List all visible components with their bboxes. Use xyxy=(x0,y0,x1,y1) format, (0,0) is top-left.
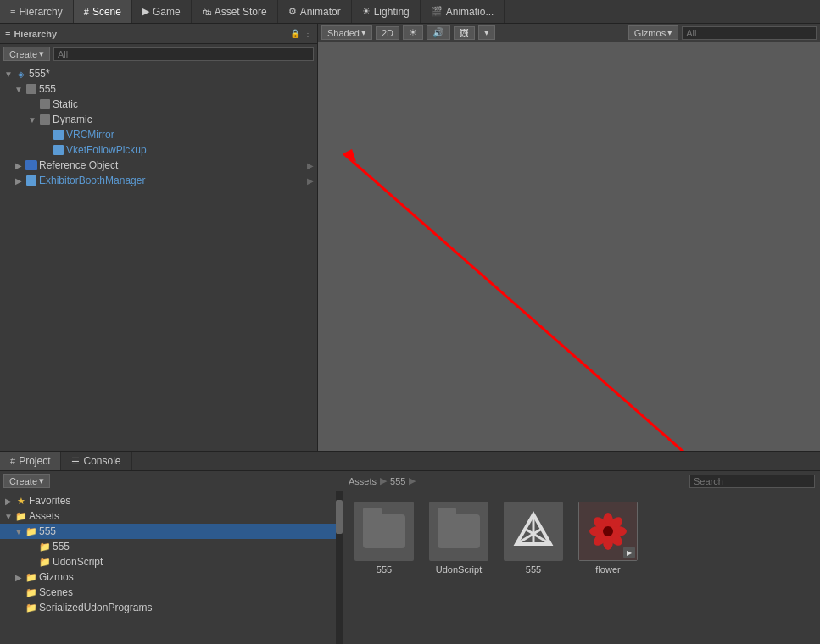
tab-project[interactable]: # Project xyxy=(0,452,61,470)
cube-icon-vketfollowpickup xyxy=(53,144,64,156)
tree-favorites[interactable]: ▶ ★ Favorites xyxy=(0,493,343,508)
tab-hierarchy[interactable]: ≡ Hierarchy xyxy=(0,0,74,23)
tree-item-vketfollowpickup[interactable]: VketFollowPickup xyxy=(0,142,317,158)
tree-udonscript[interactable]: 📁 UdonScript xyxy=(0,554,343,569)
hierarchy-menu-btn[interactable]: ⋮ xyxy=(304,29,312,38)
shading-label: Shaded xyxy=(327,28,360,38)
scene-light-btn[interactable]: ☀ xyxy=(403,25,423,40)
path-sep-1: ▶ xyxy=(380,475,387,486)
tree-gizmos[interactable]: ▶ 📁 Gizmos xyxy=(0,569,343,585)
tree-arrow-555: ▼ xyxy=(14,85,24,94)
tab-animation[interactable]: 🎬 Animatio... xyxy=(421,0,505,23)
project-create-btn[interactable]: Create ▾ xyxy=(3,474,50,488)
tree-arrow-exhibitor: ▶ xyxy=(14,176,24,186)
tree-item-555[interactable]: ▼ 555 xyxy=(0,81,317,97)
tree-item-exhibitor[interactable]: ▶ ExhibitorBoothManager ▶ xyxy=(0,173,317,188)
assets-arrow: ▼ xyxy=(3,512,14,521)
bottom-content: Create ▾ ▶ ★ Favorites ▼ 📁 Assets xyxy=(0,471,820,644)
asset-item-folder-555[interactable]: 555 xyxy=(350,498,418,578)
udonscript-label: UdonScript xyxy=(53,556,103,568)
scene-search-input[interactable] xyxy=(682,26,817,40)
tree-label-refobj: Reference Object xyxy=(39,159,118,171)
project-create-label: Create xyxy=(9,476,37,486)
hierarchy-create-btn[interactable]: Create ▾ xyxy=(3,47,50,61)
tree-arrow-dynamic: ▼ xyxy=(27,115,37,125)
asset-item-udonscript[interactable]: UdonScript xyxy=(425,498,493,578)
bottom-tree-scrollbar[interactable] xyxy=(336,491,343,644)
breadcrumb-assets[interactable]: Assets xyxy=(349,476,377,486)
sub-555-label: 555 xyxy=(53,541,70,552)
tree-label-vketfollowpickup: VketFollowPickup xyxy=(66,144,147,156)
scene-icon: # xyxy=(84,7,89,17)
shading-dropdown[interactable]: Shaded ▾ xyxy=(321,25,372,40)
2d-toggle[interactable]: 2D xyxy=(376,26,399,40)
tree-item-root[interactable]: ▼ ◈ 555* xyxy=(0,66,317,81)
tab-lighting[interactable]: ☀ Lighting xyxy=(352,0,421,23)
assets-label: Assets xyxy=(29,510,59,522)
star-icon: ★ xyxy=(15,495,27,507)
asset-item-unity-555[interactable]: 555 xyxy=(499,498,567,578)
tree-sub-555[interactable]: 📁 555 xyxy=(0,539,343,554)
tree-item-static[interactable]: Static xyxy=(0,97,317,112)
asset-label-flower: flower xyxy=(595,564,620,575)
scene-effect-btn[interactable]: 🖼 xyxy=(454,26,475,40)
asset-grid: 555 UdonScript xyxy=(343,491,820,644)
bottom-left-panel: Create ▾ ▶ ★ Favorites ▼ 📁 Assets xyxy=(0,471,343,644)
tab-project-label: Project xyxy=(19,455,50,467)
hierarchy-search-input[interactable] xyxy=(53,47,314,61)
scene-extra-btn[interactable]: ▾ xyxy=(478,25,495,40)
hierarchy-tree: ▼ ◈ 555* ▼ 555 Static ▼ Dynamic xyxy=(0,64,317,475)
tab-console-label: Console xyxy=(83,455,120,467)
asset-thumb-folder-555 xyxy=(354,502,414,561)
asset-item-flower[interactable]: ▶ flower xyxy=(574,498,642,578)
tree-item-dynamic[interactable]: ▼ Dynamic xyxy=(0,112,317,127)
tab-scene[interactable]: # Scene xyxy=(74,0,132,23)
gizmos-label: Gizmos xyxy=(634,28,666,38)
asset-store-icon: 🛍 xyxy=(202,7,211,17)
tree-assets[interactable]: ▼ 📁 Assets xyxy=(0,508,343,524)
tree-arrow-root: ▼ xyxy=(3,69,14,79)
tab-scene-label: Scene xyxy=(92,6,121,18)
asset-thumb-udonscript xyxy=(429,502,488,561)
hierarchy-lock-btn[interactable]: 🔒 xyxy=(290,29,300,38)
gameobj-icon-555 xyxy=(25,83,37,95)
udonscript-icon: 📁 xyxy=(39,556,51,568)
tree-serialized[interactable]: 📁 SerializedUdonPrograms xyxy=(0,600,343,615)
hierarchy-create-label: Create xyxy=(9,49,37,59)
asset-thumb-flower: ▶ xyxy=(578,502,638,561)
breadcrumb-555[interactable]: 555 xyxy=(390,476,405,486)
gameobj-icon-static xyxy=(39,98,51,110)
bottom-section: # Project ☰ Console Create ▾ ▶ ★ Favorit… xyxy=(0,451,820,644)
assets-folder-icon: 📁 xyxy=(15,510,27,522)
hierarchy-header: ≡ Hierarchy 🔒 ⋮ xyxy=(0,24,317,44)
tree-label-static: Static xyxy=(53,98,78,110)
refobj-more-btn[interactable]: ▶ xyxy=(307,161,314,170)
scene-view[interactable] xyxy=(318,42,820,475)
tab-lighting-label: Lighting xyxy=(374,6,410,18)
bottom-tree-scrollthumb[interactable] xyxy=(336,500,343,534)
exhibitor-more-btn[interactable]: ▶ xyxy=(307,176,314,186)
flower-play-icon: ▶ xyxy=(623,547,635,558)
scene-container: Shaded ▾ 2D ☀ 🔊 🖼 ▾ Gizmos ▾ xyxy=(318,24,820,475)
folder-icon-big-555 xyxy=(363,514,405,548)
tab-game-label: Game xyxy=(153,6,181,18)
tab-animator[interactable]: ⚙ Animator xyxy=(278,0,352,23)
tab-game[interactable]: ▶ Game xyxy=(132,0,192,23)
tree-scenes[interactable]: 📁 Scenes xyxy=(0,585,343,600)
gizmos-tree-arrow: ▶ xyxy=(14,573,24,582)
tab-asset-store[interactable]: 🛍 Asset Store xyxy=(192,0,278,23)
tab-console[interactable]: ☰ Console xyxy=(61,452,131,470)
scene-audio-btn[interactable]: 🔊 xyxy=(427,25,450,40)
animation-icon: 🎬 xyxy=(431,6,443,17)
scene-audio-icon: 🔊 xyxy=(432,27,444,38)
lighting-icon: ☀ xyxy=(362,6,371,17)
unity-logo-icon xyxy=(512,510,555,552)
animator-icon: ⚙ xyxy=(288,6,297,17)
gizmos-btn[interactable]: Gizmos ▾ xyxy=(628,25,678,40)
tree-item-reference-object[interactable]: ▶ Reference Object ▶ xyxy=(0,158,317,173)
folder-icon-big-udon xyxy=(438,514,480,548)
tree-assets-555[interactable]: ▼ 📁 555 xyxy=(0,524,343,539)
tree-label-exhibitor: ExhibitorBoothManager xyxy=(39,175,145,186)
asset-search-input[interactable] xyxy=(689,475,815,488)
tree-item-vrcmirror[interactable]: VRCMirror xyxy=(0,127,317,142)
